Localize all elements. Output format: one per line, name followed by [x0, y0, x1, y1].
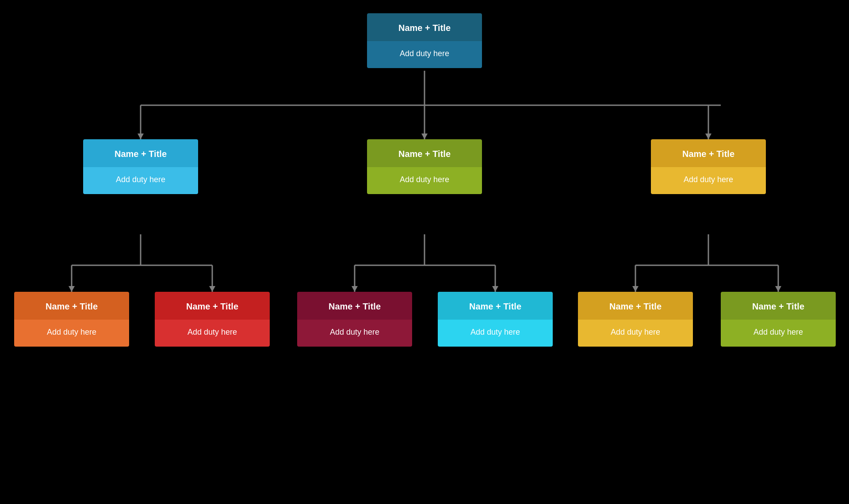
node-l2-6-label: Name + Title [721, 292, 836, 320]
node-l2-2-label: Name + Title [155, 292, 270, 320]
node-l2-5[interactable]: Name + Title Add duty here [578, 292, 693, 347]
svg-marker-23 [632, 286, 639, 292]
node-root[interactable]: Name + Title Add duty here [367, 13, 482, 68]
node-root-duty: Add duty here [367, 41, 482, 68]
svg-marker-19 [492, 286, 498, 292]
node-root-label: Name + Title [367, 13, 482, 41]
svg-marker-13 [209, 286, 215, 292]
connector-lines [0, 0, 849, 504]
node-l1-right[interactable]: Name + Title Add duty here [651, 139, 766, 194]
node-l2-1-duty: Add duty here [14, 320, 129, 347]
node-l1-left-label: Name + Title [83, 139, 198, 167]
node-l2-4-duty: Add duty here [438, 320, 553, 347]
node-l2-2[interactable]: Name + Title Add duty here [155, 292, 270, 347]
node-l2-3[interactable]: Name + Title Add duty here [297, 292, 412, 347]
node-l2-1-label: Name + Title [14, 292, 129, 320]
svg-marker-17 [352, 286, 358, 292]
svg-marker-5 [421, 134, 428, 139]
node-l2-6[interactable]: Name + Title Add duty here [721, 292, 836, 347]
node-l1-right-label: Name + Title [651, 139, 766, 167]
node-l1-center-duty: Add duty here [367, 167, 482, 194]
node-l2-4-label: Name + Title [438, 292, 553, 320]
node-l1-left[interactable]: Name + Title Add duty here [83, 139, 198, 194]
org-chart: Name + Title Add duty here Name + Title … [0, 0, 849, 504]
node-l2-5-label: Name + Title [578, 292, 693, 320]
node-l2-6-duty: Add duty here [721, 320, 836, 347]
node-l2-1[interactable]: Name + Title Add duty here [14, 292, 129, 347]
node-l2-3-label: Name + Title [297, 292, 412, 320]
node-l2-5-duty: Add duty here [578, 320, 693, 347]
svg-marker-25 [775, 286, 781, 292]
node-l2-3-duty: Add duty here [297, 320, 412, 347]
node-l2-4[interactable]: Name + Title Add duty here [438, 292, 553, 347]
node-l1-center-label: Name + Title [367, 139, 482, 167]
svg-marker-11 [69, 286, 75, 292]
node-l2-2-duty: Add duty here [155, 320, 270, 347]
node-l1-right-duty: Add duty here [651, 167, 766, 194]
svg-marker-7 [705, 134, 711, 139]
node-l1-center[interactable]: Name + Title Add duty here [367, 139, 482, 194]
svg-marker-3 [138, 134, 144, 139]
node-l1-left-duty: Add duty here [83, 167, 198, 194]
